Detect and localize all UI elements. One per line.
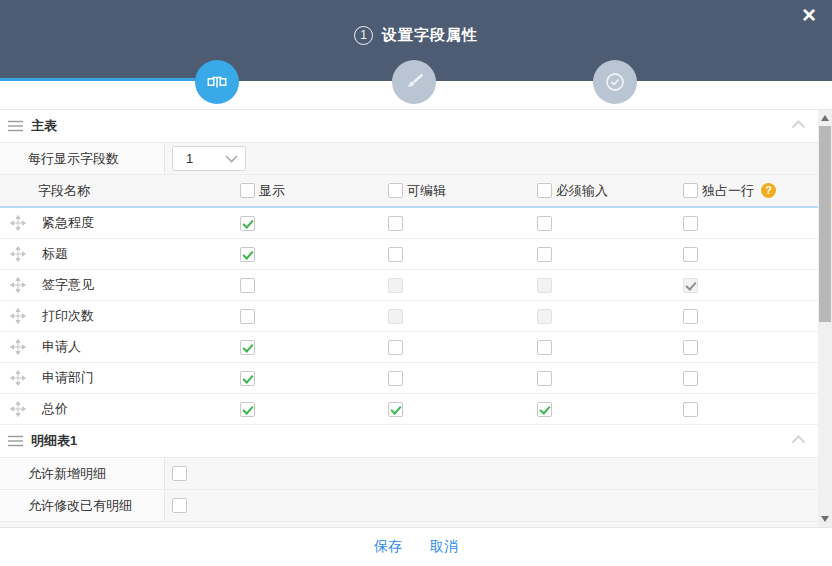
column-field-name: 字段名称 — [38, 182, 90, 200]
column-editable: 可编辑 — [407, 182, 446, 200]
fullrow-checkbox[interactable] — [683, 371, 698, 386]
display-column-checkbox[interactable] — [240, 183, 255, 198]
field-name: 申请人 — [42, 338, 81, 356]
content-panel: 主表 每行显示字段数 1 字段名称 显示 可编辑 必须输入 独占一行? 紧急程度 — [0, 109, 832, 527]
detail-option-row: 允许新增明细 — [0, 458, 832, 490]
dialog-title-wrap: 1 设置字段属性 — [0, 26, 832, 45]
section-menu-icon — [8, 120, 23, 132]
fullrow-checkbox[interactable] — [683, 340, 698, 355]
editable-checkbox[interactable] — [388, 216, 403, 231]
save-button[interactable]: 保存 — [374, 538, 402, 556]
field-settings-icon — [206, 71, 228, 93]
display-checkbox[interactable] — [240, 216, 255, 231]
detail-option-row: 允许修改已有明细 — [0, 490, 832, 522]
step-number-badge: 1 — [354, 26, 373, 45]
required-checkbox — [537, 309, 552, 324]
scroll-up-icon[interactable] — [821, 115, 829, 121]
check-circle-icon — [603, 70, 627, 94]
editable-checkbox[interactable] — [388, 402, 403, 417]
field-name: 申请部门 — [42, 369, 94, 387]
field-name: 标题 — [42, 245, 68, 263]
fullrow-checkbox[interactable] — [683, 402, 698, 417]
close-icon[interactable]: × — [796, 2, 822, 28]
display-checkbox[interactable] — [240, 309, 255, 324]
editable-checkbox[interactable] — [388, 247, 403, 262]
vertical-scrollbar[interactable] — [818, 110, 832, 527]
required-checkbox — [537, 278, 552, 293]
progress-indicator — [0, 78, 195, 81]
row-drag-handle-icon[interactable] — [10, 277, 26, 293]
table-row: 签字意见 — [0, 270, 832, 301]
required-checkbox[interactable] — [537, 402, 552, 417]
required-column-checkbox[interactable] — [537, 183, 552, 198]
fullrow-checkbox[interactable] — [683, 247, 698, 262]
section-detail-table: 明细表1 — [0, 425, 832, 458]
table-row: 紧急程度 — [0, 208, 832, 239]
detail-option-checkbox[interactable] — [172, 498, 187, 513]
fullrow-column-checkbox[interactable] — [683, 183, 698, 198]
row-drag-handle-icon[interactable] — [10, 401, 26, 417]
paintbrush-icon — [403, 71, 425, 93]
field-name: 紧急程度 — [42, 214, 94, 232]
required-checkbox[interactable] — [537, 247, 552, 262]
table-row: 总价 — [0, 394, 832, 425]
row-drag-handle-icon[interactable] — [10, 215, 26, 231]
display-checkbox[interactable] — [240, 340, 255, 355]
column-display: 显示 — [259, 182, 285, 200]
fullrow-checkbox[interactable] — [683, 309, 698, 324]
chevron-up-icon[interactable] — [791, 435, 806, 444]
editable-column-checkbox[interactable] — [388, 183, 403, 198]
scroll-down-icon[interactable] — [821, 516, 829, 522]
step-circle-fields[interactable] — [195, 60, 239, 104]
field-name: 打印次数 — [42, 307, 94, 325]
editable-checkbox[interactable] — [388, 371, 403, 386]
table-row: 申请人 — [0, 332, 832, 363]
fields-per-row-select[interactable]: 1 — [172, 146, 246, 171]
display-checkbox[interactable] — [240, 402, 255, 417]
field-name: 签字意见 — [42, 276, 94, 294]
step-circle-style[interactable] — [392, 60, 436, 104]
editable-checkbox — [388, 309, 403, 324]
chevron-up-icon[interactable] — [791, 120, 806, 129]
dialog-footer: 保存 取消 — [0, 527, 832, 566]
section-title: 明细表1 — [31, 432, 77, 450]
section-title: 主表 — [31, 117, 57, 135]
required-checkbox[interactable] — [537, 340, 552, 355]
scrollbar-thumb[interactable] — [819, 126, 831, 322]
column-fullrow: 独占一行 — [702, 182, 754, 200]
chevron-down-icon — [225, 155, 238, 163]
detail-option-label: 允许新增明细 — [0, 458, 165, 489]
row-drag-handle-icon[interactable] — [10, 246, 26, 262]
table-header-row: 字段名称 显示 可编辑 必须输入 独占一行? — [0, 175, 832, 208]
cancel-button[interactable]: 取消 — [430, 538, 458, 556]
fields-per-row-setting: 每行显示字段数 1 — [0, 143, 832, 175]
display-checkbox[interactable] — [240, 371, 255, 386]
step-circle-finish[interactable] — [593, 60, 637, 104]
fields-per-row-label: 每行显示字段数 — [0, 143, 165, 174]
row-drag-handle-icon[interactable] — [10, 339, 26, 355]
page-title: 设置字段属性 — [382, 26, 478, 45]
table-row: 申请部门 — [0, 363, 832, 394]
help-icon[interactable]: ? — [761, 183, 776, 198]
required-checkbox[interactable] — [537, 216, 552, 231]
section-menu-icon — [8, 435, 23, 447]
row-drag-handle-icon[interactable] — [10, 370, 26, 386]
required-checkbox[interactable] — [537, 371, 552, 386]
section-main-table: 主表 — [0, 110, 832, 143]
column-required: 必须输入 — [556, 182, 608, 200]
fullrow-checkbox[interactable] — [683, 216, 698, 231]
detail-option-checkbox[interactable] — [172, 466, 187, 481]
table-row: 标题 — [0, 239, 832, 270]
row-drag-handle-icon[interactable] — [10, 308, 26, 324]
detail-option-label: 允许修改已有明细 — [0, 490, 165, 521]
editable-checkbox[interactable] — [388, 340, 403, 355]
table-row: 打印次数 — [0, 301, 832, 332]
display-checkbox[interactable] — [240, 278, 255, 293]
fullrow-checkbox — [683, 278, 698, 293]
display-checkbox[interactable] — [240, 247, 255, 262]
field-name: 总价 — [42, 400, 68, 418]
editable-checkbox — [388, 278, 403, 293]
select-value: 1 — [186, 151, 193, 166]
